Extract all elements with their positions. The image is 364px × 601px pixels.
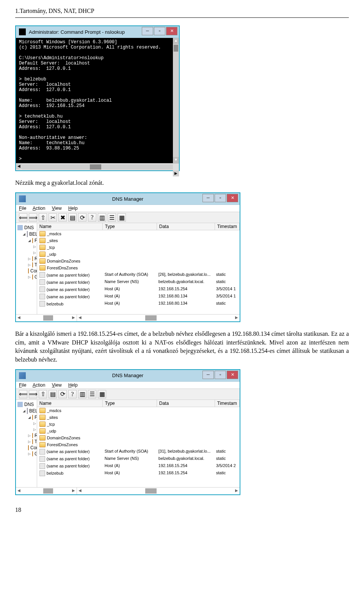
expand-icon[interactable]: ▷ bbox=[28, 275, 31, 279]
refresh-icon[interactable]: ⟳ bbox=[58, 390, 67, 398]
table-row[interactable]: ForestDnsZones bbox=[37, 441, 240, 448]
menu-file[interactable]: File bbox=[19, 382, 26, 388]
new-icon[interactable]: ▤ bbox=[49, 390, 57, 398]
tree-root[interactable]: DNS bbox=[17, 225, 35, 231]
properties-icon[interactable]: ▤ bbox=[68, 213, 77, 222]
table-row[interactable]: _sites bbox=[37, 414, 240, 421]
find-icon[interactable]: ☰ bbox=[88, 390, 96, 398]
menu-action[interactable]: Action bbox=[33, 382, 45, 388]
tree-zone-1[interactable]: ▷_msdcs.gyakorlat.loc bbox=[17, 420, 35, 426]
collapse-icon[interactable]: ◢ bbox=[28, 239, 31, 242]
scroll-right-icon[interactable]: ▶ bbox=[234, 488, 240, 494]
tree-flz[interactable]: ◢Forward Lookup Zones bbox=[17, 238, 35, 244]
dns2-tree[interactable]: DNS ◢BELZEBUB ◢Forward Lookup Zones ▷_ms… bbox=[16, 400, 37, 487]
up-button[interactable]: ⇧ bbox=[39, 390, 47, 398]
scroll-left-icon[interactable]: ◀ bbox=[16, 488, 22, 494]
maximize-button[interactable]: ▫ bbox=[215, 194, 226, 202]
dns1-titlebar[interactable]: DNS Manager ─ ▫ ✕ bbox=[16, 193, 240, 205]
dns1-bottom-scrollbar[interactable]: ◀ ▶ ◀ ▶ bbox=[16, 314, 240, 321]
scroll-thumb[interactable] bbox=[43, 315, 53, 321]
tree-tp[interactable]: ▷Trust Points bbox=[17, 262, 35, 268]
expand-icon[interactable]: ▷ bbox=[28, 452, 31, 456]
back-button[interactable]: ⟸ bbox=[19, 213, 27, 222]
close-button[interactable]: ✕ bbox=[166, 27, 177, 35]
expand-icon[interactable]: ▷ bbox=[28, 434, 31, 437]
table-row[interactable]: (same as parent folder)Start of Authorit… bbox=[37, 271, 240, 278]
table-row[interactable]: ForestDnsZones bbox=[37, 264, 240, 271]
maximize-button[interactable]: ▫ bbox=[154, 27, 165, 35]
maximize-button[interactable]: ▫ bbox=[215, 371, 226, 379]
scroll-thumb[interactable] bbox=[43, 488, 53, 494]
col-name-header[interactable]: Name bbox=[37, 223, 103, 230]
dns2-bottom-scrollbar[interactable]: ◀ ▶ ◀ ▶ bbox=[16, 487, 240, 494]
tree-cf[interactable]: Conditional Forwarders bbox=[17, 445, 35, 451]
expand-icon[interactable]: ▷ bbox=[33, 251, 36, 255]
console-scrollbar[interactable]: ▲▼ bbox=[173, 38, 179, 163]
tree-zone-2[interactable]: ▷gyakorlat.local bbox=[17, 250, 35, 256]
scroll-thumb[interactable] bbox=[145, 488, 157, 494]
cut-icon[interactable]: ✂ bbox=[49, 213, 57, 222]
table-row[interactable]: DomainDnsZones bbox=[37, 434, 240, 441]
scroll-left-icon[interactable]: ◀ bbox=[16, 163, 22, 169]
options-icon[interactable]: ▦ bbox=[118, 213, 126, 222]
help-icon[interactable]: ? bbox=[68, 390, 77, 398]
scroll-right-icon[interactable]: ▶ bbox=[234, 315, 240, 321]
dns1-tree[interactable]: DNS ◢BELZEBUB ◢Forward Lookup Zones ▷_ms… bbox=[16, 223, 37, 314]
filter-icon[interactable]: ▥ bbox=[98, 213, 106, 222]
cmd-titlebar[interactable]: Administrator: Command Prompt - nslookup… bbox=[16, 26, 179, 38]
console-body[interactable]: Microsoft Windows [Version 6.3.9600] (c)… bbox=[16, 38, 179, 163]
table-row[interactable]: _sites bbox=[37, 237, 240, 244]
scroll-left-icon[interactable]: ◀ bbox=[16, 315, 22, 321]
table-row[interactable]: belzebubHost (A)192.168.15.254static bbox=[37, 470, 240, 477]
dns1-list[interactable]: Name Type Data Timestam _msdcs_sites_tcp… bbox=[37, 223, 240, 314]
options-icon[interactable]: ▦ bbox=[98, 390, 106, 398]
table-row[interactable]: _udp bbox=[37, 251, 240, 258]
delete-icon[interactable]: ✖ bbox=[58, 213, 67, 222]
tree-tp[interactable]: ▷Trust Points bbox=[17, 439, 35, 445]
col-type-header[interactable]: Type bbox=[103, 400, 157, 407]
col-ts-header[interactable]: Timestam bbox=[215, 223, 240, 230]
col-ts-header[interactable]: Timestam bbox=[215, 400, 240, 407]
tree-rlz[interactable]: ▷Reverse Lookup Zones bbox=[17, 433, 35, 439]
close-button[interactable]: ✕ bbox=[227, 194, 238, 202]
menu-action[interactable]: Action bbox=[33, 206, 45, 211]
tree-zone-2[interactable]: ▷gyakorlat.local bbox=[17, 426, 35, 433]
minimize-button[interactable]: ─ bbox=[202, 371, 214, 379]
scroll-thumb[interactable] bbox=[174, 45, 178, 52]
col-data-header[interactable]: Data bbox=[157, 223, 215, 230]
table-row[interactable]: (same as parent folder)Name Server (NS)b… bbox=[37, 278, 240, 286]
table-row[interactable]: (same as parent folder)Host (A)192.168.8… bbox=[37, 293, 240, 300]
tree-rlz[interactable]: ▷Reverse Lookup Zones bbox=[17, 256, 35, 262]
minimize-button[interactable]: ─ bbox=[142, 27, 153, 35]
expand-icon[interactable]: ▷ bbox=[33, 428, 36, 431]
dns2-list[interactable]: Name Type Data Timestam _msdcs_sites_tcp… bbox=[37, 400, 240, 487]
collapse-icon[interactable]: ◢ bbox=[23, 232, 25, 236]
menu-view[interactable]: View bbox=[52, 206, 62, 211]
refresh-icon[interactable]: ⟳ bbox=[78, 213, 86, 222]
close-button[interactable]: ✕ bbox=[227, 371, 238, 379]
menu-file[interactable]: File bbox=[19, 206, 26, 211]
scroll-right-icon[interactable]: ▶ bbox=[71, 315, 77, 321]
help-icon[interactable]: ? bbox=[88, 213, 96, 222]
expand-icon[interactable]: ▷ bbox=[28, 440, 31, 444]
scroll-left-icon[interactable]: ◀ bbox=[77, 488, 83, 494]
menu-view[interactable]: View bbox=[52, 382, 62, 388]
table-row[interactable]: DomainDnsZones bbox=[37, 258, 240, 264]
tree-gl[interactable]: ▷Global Logs bbox=[17, 451, 35, 457]
scroll-right-icon[interactable]: ▶ bbox=[71, 488, 77, 494]
collapse-icon[interactable]: ◢ bbox=[28, 415, 31, 419]
expand-icon[interactable]: ▷ bbox=[28, 257, 31, 261]
collapse-icon[interactable]: ◢ bbox=[23, 409, 25, 413]
filter-icon[interactable]: ▥ bbox=[78, 390, 86, 398]
col-name-header[interactable]: Name bbox=[37, 400, 103, 407]
up-button[interactable]: ⇧ bbox=[39, 213, 47, 222]
tree-server[interactable]: ◢BELZEBUB bbox=[17, 407, 35, 414]
table-row[interactable]: (same as parent folder)Host (A)192.168.1… bbox=[37, 463, 240, 470]
scroll-left-icon[interactable]: ◀ bbox=[77, 315, 83, 321]
table-row[interactable]: _msdcs bbox=[37, 230, 240, 237]
tree-gl[interactable]: ▷Global Logs bbox=[17, 274, 35, 280]
tree-root[interactable]: DNS bbox=[17, 401, 35, 407]
table-row[interactable]: (same as parent folder)Name Server (NS)b… bbox=[37, 455, 240, 463]
table-row[interactable]: _tcp bbox=[37, 244, 240, 251]
table-row[interactable]: (same as parent folder)Host (A)192.168.1… bbox=[37, 286, 240, 293]
